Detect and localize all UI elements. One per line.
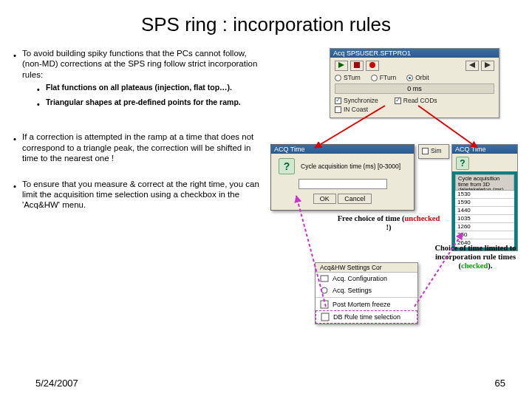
checkbox-sim[interactable]: Sim [422, 147, 442, 154]
footer: 5/24/2007 65 [0, 378, 532, 389]
next-button[interactable] [481, 61, 494, 71]
bullet-3: To ensure that you measure & correct at … [13, 179, 265, 211]
svg-rect-8 [321, 313, 329, 321]
svg-marker-4 [485, 62, 491, 68]
table-row[interactable]: 250 [455, 231, 514, 239]
table-row[interactable]: 1590 [455, 199, 514, 207]
status-bar: 0 ms [335, 83, 494, 94]
arrow-left-icon [469, 62, 475, 68]
dialog-label: Cycle acquisition time (ms) [0-3000] [301, 163, 400, 170]
checkbox-in-coast[interactable]: IN Coast [335, 106, 368, 113]
radio-fturn[interactable]: FTurn [371, 74, 396, 81]
table-header: Cycle acquisition time from 3D deletekel… [455, 174, 514, 191]
svg-rect-5 [321, 276, 328, 282]
stop-icon [354, 62, 360, 68]
ok-button[interactable]: OK [313, 194, 336, 204]
time-input[interactable] [299, 179, 387, 189]
sub-bullet-2: Triangular shapes at pre-defined points … [37, 98, 265, 109]
checkbox-icon [321, 313, 330, 321]
svg-point-2 [369, 62, 375, 68]
record-button[interactable] [366, 61, 379, 71]
play-icon [338, 62, 344, 68]
svg-rect-7 [321, 301, 328, 308]
footer-date: 5/24/2007 [35, 378, 78, 389]
prev-button[interactable] [466, 61, 479, 71]
annotation-limited: Choice of time limited to incorporation … [429, 244, 522, 270]
checkbox-icon [320, 300, 329, 309]
acq-time-dialog: ACQ Time ? Cycle acquisition time (ms) [… [270, 144, 415, 211]
arrow-right-icon [485, 62, 491, 68]
table-row[interactable]: 1035 [455, 215, 514, 223]
bullet-2: If a correction is attempted in the ramp… [13, 132, 265, 163]
menu-item-post-mortem[interactable]: Post Mortem freeze [316, 299, 417, 310]
bullet-1-text: To avoid building spiky functions that t… [22, 49, 257, 79]
text-column: To avoid building spiky functions that t… [13, 48, 265, 218]
menu-bar[interactable]: Acq&HW Settings Cor [316, 263, 417, 273]
cancel-button[interactable]: Cancel [338, 194, 372, 204]
screenshots-column: Acq SPSUSER.SFTPRO1 [270, 48, 519, 218]
bullet-1: To avoid building spiky functions that t… [13, 48, 265, 112]
svg-marker-0 [338, 62, 344, 68]
table-body: 1530 1590 1440 1035 1260 250 2640 [455, 191, 514, 248]
dialog-title: ACQ Time [271, 145, 414, 154]
stop-button[interactable] [350, 61, 364, 71]
radio-sturn[interactable]: STurn [335, 74, 361, 81]
checkbox-synchronize[interactable]: Synchronize [335, 97, 378, 104]
svg-point-6 [321, 287, 327, 293]
acq-panel-title: Acq SPSUSER.SFTPRO1 [330, 49, 499, 58]
acq-time-table-panel: ACQ Time ? Cycle acquisition time from 3… [451, 144, 518, 251]
sim-fragment: Sim [418, 144, 449, 159]
gear-icon [320, 286, 329, 295]
page-title: SPS ring : incorporation rules [0, 0, 532, 42]
table-row[interactable]: 1260 [455, 223, 514, 231]
config-icon [320, 274, 329, 283]
checkbox-read-cods[interactable]: Read CODs [395, 97, 437, 104]
svg-rect-1 [354, 62, 360, 68]
table-row[interactable]: 1530 [455, 191, 514, 199]
record-icon [369, 62, 375, 68]
menu-item-acq-config[interactable]: Acq. Configuration [316, 273, 417, 284]
acq-panel: Acq SPSUSER.SFTPRO1 [330, 48, 499, 118]
sub-bullet-1: Flat functions on all plateaus (injectio… [37, 83, 265, 95]
footer-page: 65 [495, 378, 505, 389]
acq-hw-menu: Acq&HW Settings Cor Acq. Configuration A… [315, 262, 418, 324]
table-row[interactable]: 1440 [455, 207, 514, 215]
svg-marker-3 [469, 62, 475, 68]
annotation-free: Free choice of time (unchecked !) [337, 214, 440, 232]
table-panel-title: ACQ Time [452, 145, 517, 154]
menu-item-rule-time[interactable]: DB Rule time selection [316, 310, 417, 324]
question-icon: ? [456, 157, 469, 170]
menu-item-acq-settings[interactable]: Acq. Settings [316, 284, 417, 296]
question-icon: ? [279, 158, 295, 174]
play-button[interactable] [335, 61, 348, 71]
radio-orbit[interactable]: Orbit [406, 74, 429, 81]
